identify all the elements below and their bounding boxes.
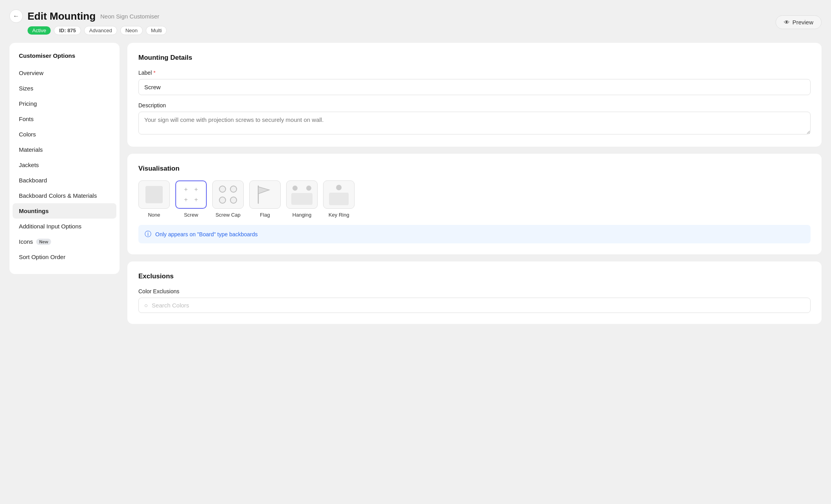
info-text: Only appears on "Board" type backboards xyxy=(155,231,258,237)
vis-option-screw[interactable]: + + + + Screw xyxy=(175,180,207,218)
vis-options: None + + + + Screw xyxy=(138,180,811,218)
vis-label-hanging: Hanging xyxy=(292,212,311,218)
vis-label-none: None xyxy=(148,212,160,218)
vis-icon-flag xyxy=(249,180,281,209)
info-icon: ⓘ xyxy=(145,230,151,239)
sidebar-item-additional-input[interactable]: Additional Input Options xyxy=(9,219,120,234)
description-field-label: Description xyxy=(138,102,811,109)
vis-label-screw: Screw xyxy=(184,212,198,218)
vis-option-hanging[interactable]: Hanging xyxy=(286,180,318,218)
eye-icon: 👁 xyxy=(784,19,790,26)
active-tag: Active xyxy=(28,26,51,35)
svg-marker-1 xyxy=(258,187,269,194)
exclusions-title: Exclusions xyxy=(138,272,811,280)
sidebar-item-backboard[interactable]: Backboard xyxy=(9,173,120,188)
vis-label-screw-cap: Screw Cap xyxy=(215,212,241,218)
sidebar-item-fonts[interactable]: Fonts xyxy=(9,111,120,127)
vis-option-none[interactable]: None xyxy=(138,180,170,218)
new-badge: New xyxy=(36,239,51,245)
vis-option-flag[interactable]: Flag xyxy=(249,180,281,218)
color-search-row[interactable]: ○ Search Colors xyxy=(138,298,811,313)
vis-option-keyring[interactable]: Key Ring xyxy=(323,180,355,218)
back-icon: ← xyxy=(13,13,19,20)
label-field-label: Label * xyxy=(138,70,811,76)
sidebar-item-icons[interactable]: Icons New xyxy=(9,234,120,249)
page-title: Edit Mounting xyxy=(28,10,96,22)
vis-icon-none xyxy=(138,180,170,209)
sidebar-item-materials[interactable]: Materials xyxy=(9,142,120,157)
advanced-tag: Advanced xyxy=(84,26,117,35)
mounting-details-card: Mounting Details Label * Description xyxy=(127,43,822,147)
label-input[interactable] xyxy=(138,79,811,95)
vis-label-flag: Flag xyxy=(260,212,270,218)
exclusions-card: Exclusions Color Exclusions ○ Search Col… xyxy=(127,261,822,324)
vis-icon-hanging xyxy=(286,180,318,209)
preview-button[interactable]: 👁 Preview xyxy=(776,15,822,29)
sidebar-item-pricing[interactable]: Pricing xyxy=(9,96,120,111)
neon-tag: Neon xyxy=(120,26,143,35)
search-icon: ○ xyxy=(144,302,148,309)
info-banner: ⓘ Only appears on "Board" type backboard… xyxy=(138,225,811,243)
search-placeholder: Search Colors xyxy=(152,302,189,309)
sidebar-item-backboard-colors[interactable]: Backboard Colors & Materials xyxy=(9,188,120,203)
color-exclusions-label: Color Exclusions xyxy=(138,288,811,294)
vis-icon-keyring xyxy=(323,180,355,209)
sidebar-item-overview[interactable]: Overview xyxy=(9,65,120,81)
id-tag: ID: 875 xyxy=(54,26,81,35)
sidebar-item-sort-option-order[interactable]: Sort Option Order xyxy=(9,249,120,265)
sidebar: Customiser Options Overview Sizes Pricin… xyxy=(9,43,120,274)
vis-option-screw-cap[interactable]: Screw Cap xyxy=(212,180,244,218)
visualisation-title: Visualisation xyxy=(138,165,811,173)
sidebar-item-mountings[interactable]: Mountings xyxy=(13,203,116,219)
vis-icon-screw-cap xyxy=(212,180,244,209)
main-content: Mounting Details Label * Description Vis… xyxy=(127,43,822,324)
sidebar-title: Customiser Options xyxy=(9,52,120,65)
page-subtitle: Neon Sign Customiser xyxy=(100,13,159,20)
visualisation-card: Visualisation None + + + xyxy=(127,154,822,254)
vis-icon-screw: + + + + xyxy=(175,180,207,209)
sidebar-item-sizes[interactable]: Sizes xyxy=(9,81,120,96)
description-textarea[interactable] xyxy=(138,112,811,134)
multi-tag: Multi xyxy=(146,26,167,35)
mounting-details-title: Mounting Details xyxy=(138,54,811,62)
sidebar-item-jackets[interactable]: Jackets xyxy=(9,157,120,173)
required-star: * xyxy=(153,70,155,76)
sidebar-item-colors[interactable]: Colors xyxy=(9,127,120,142)
back-button[interactable]: ← xyxy=(9,9,23,23)
vis-label-keyring: Key Ring xyxy=(329,212,349,218)
